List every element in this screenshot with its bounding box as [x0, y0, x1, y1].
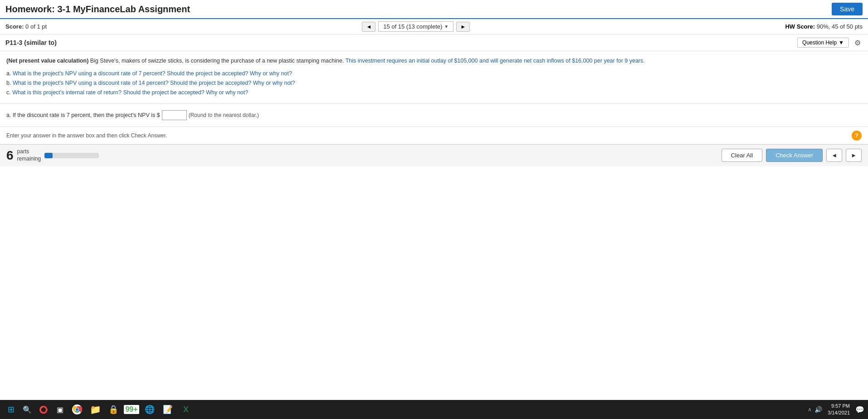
check-answer-button[interactable]: Check Answer — [766, 149, 823, 162]
bottom-bar: 6 parts remaining Clear All Check Answer… — [0, 144, 868, 166]
round-note: (Round to the nearest dollar.) — [189, 112, 259, 118]
answer-area: a. If the discount rate is 7 percent, th… — [0, 104, 868, 127]
progress-bar-fill — [44, 153, 53, 158]
part-a-question: a. What is the project's NPV using a dis… — [6, 69, 862, 78]
part-c-question: c. What is this project's internal rate … — [6, 88, 862, 97]
prev-nav-button[interactable]: ◄ — [826, 149, 842, 162]
clear-all-button[interactable]: Clear All — [722, 149, 762, 162]
question-header: P11-3 (similar to) Question Help ▼ ⚙ — [0, 34, 868, 51]
part-a-label: a. — [6, 70, 11, 77]
instruction-text: Enter your answer in the answer box and … — [6, 132, 167, 139]
part-a-answer-prefix: a. If the discount rate is 7 percent, th… — [6, 112, 160, 118]
intro-text2: This investment requires an initial outl… — [346, 58, 645, 64]
nav-controls: ◄ 15 of 15 (13 complete) ▼ ► — [362, 21, 470, 32]
top-header: Homework: 3-1 MyFinanceLab Assignment Sa… — [0, 0, 868, 19]
next-question-button[interactable]: ► — [456, 22, 470, 32]
parts-number: 6 — [6, 148, 14, 163]
question-help-dropdown-arrow: ▼ — [839, 39, 844, 46]
save-button[interactable]: Save — [832, 3, 863, 15]
score-value: 0 of 1 pt — [25, 23, 47, 30]
question-help-label: Question Help — [802, 39, 837, 46]
nav-current: 15 of 15 (13 complete) — [383, 23, 442, 30]
part-b-label: b. — [6, 80, 11, 86]
intro-paragraph: (Net present value calculation) Big Stev… — [6, 57, 862, 65]
next-nav-button[interactable]: ► — [846, 149, 862, 162]
part-c-label: c. — [6, 89, 11, 96]
help-icon[interactable]: ? — [852, 131, 862, 141]
nav-label: 15 of 15 (13 complete) ▼ — [378, 21, 454, 32]
progress-bar — [44, 153, 99, 158]
hw-score-value: 90%, 45 of 50 pts — [817, 23, 863, 30]
score-left: Score: 0 of 1 pt — [5, 23, 47, 30]
part-a-text: What is the project's NPV using a discou… — [13, 70, 292, 77]
intro-text1: Big Steve's, makers of swizzle sticks, i… — [90, 58, 344, 64]
settings-icon[interactable]: ⚙ — [854, 39, 863, 47]
parts-label-line2: remaining — [17, 156, 41, 163]
instruction-bar: Enter your answer in the answer box and … — [0, 127, 868, 144]
npv-answer-input[interactable] — [162, 110, 187, 120]
intro-bold: (Net present value calculation) — [6, 58, 88, 64]
part-c-text: What is this project's internal rate of … — [12, 89, 248, 96]
hw-score: HW Score: 90%, 45 of 50 pts — [785, 23, 863, 30]
part-a-answer-row: a. If the discount rate is 7 percent, th… — [6, 110, 862, 120]
question-parts: a. What is the project's NPV using a dis… — [6, 69, 862, 98]
score-label: Score: — [5, 23, 24, 30]
question-help-button[interactable]: Question Help ▼ — [797, 38, 849, 48]
part-b-question: b. What is the project's NPV using a dis… — [6, 78, 862, 88]
part-b-text: What is the project's NPV using a discou… — [13, 80, 295, 86]
parts-label: parts remaining — [17, 148, 41, 162]
question-content: (Net present value calculation) Big Stev… — [0, 51, 868, 104]
nav-dropdown-arrow[interactable]: ▼ — [444, 24, 449, 29]
page-title: Homework: 3-1 MyFinanceLab Assignment — [5, 4, 190, 15]
question-id: P11-3 (similar to) — [5, 39, 57, 46]
score-bar: Score: 0 of 1 pt ◄ 15 of 15 (13 complete… — [0, 19, 868, 34]
parts-remaining: 6 parts remaining — [6, 148, 99, 163]
prev-question-button[interactable]: ◄ — [362, 22, 375, 32]
right-controls: Clear All Check Answer ◄ ► — [722, 149, 862, 162]
hw-score-label: HW Score: — [785, 23, 815, 30]
parts-label-line1: parts — [17, 148, 41, 156]
